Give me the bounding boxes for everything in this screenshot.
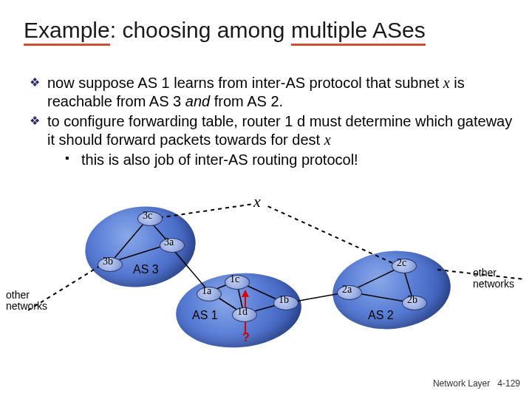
router-3c-label: 3c: [143, 210, 152, 222]
bullet-2: ❖ to configure forwarding table, router …: [30, 112, 517, 149]
title-word: Example: [24, 18, 110, 42]
router-1b-label: 1b: [279, 294, 289, 306]
question-mark: ?: [242, 331, 250, 344]
router-2a-label: 2a: [342, 284, 352, 296]
square-bullet-icon: ▪: [65, 151, 81, 169]
sub-bullet-1-text: this is also job of inter-AS routing pro…: [81, 151, 358, 169]
slide-title: Example: choosing among multiple ASes: [24, 18, 426, 43]
x-node: x: [253, 192, 261, 211]
bullet-list: ❖ now suppose AS 1 learns from inter-AS …: [30, 74, 517, 169]
router-2b-label: 2b: [407, 294, 417, 306]
as1-label: AS 1: [192, 309, 218, 322]
other-networks-left: other networks: [6, 290, 47, 313]
other-networks-right: other networks: [473, 267, 514, 290]
router-1a-label: 1a: [202, 285, 211, 297]
sub-bullet-1: ▪ this is also job of inter-AS routing p…: [65, 151, 517, 169]
title-text: : choosing among: [110, 18, 291, 42]
bullet-1: ❖ now suppose AS 1 learns from inter-AS …: [30, 74, 517, 111]
footer-section: Network Layer: [433, 378, 490, 389]
router-3b-label: 3b: [103, 256, 113, 267]
as3-label: AS 3: [133, 263, 159, 276]
diamond-bullet-icon: ❖: [30, 112, 47, 149]
title-word: ASes: [372, 18, 426, 42]
router-1c-label: 1c: [230, 273, 239, 285]
router-2c-label: 2c: [397, 257, 406, 269]
bullet-1-text: now suppose AS 1 learns from inter-AS pr…: [47, 74, 517, 111]
router-3a-label: 3a: [164, 236, 174, 248]
router-1d-label: 1d: [237, 306, 248, 318]
bullet-2-text: to configure forwarding table, router 1 …: [47, 112, 517, 149]
footer-page: 4-129: [497, 378, 520, 389]
title-word: multiple: [291, 18, 372, 42]
diamond-bullet-icon: ❖: [30, 74, 47, 111]
as2-label: AS 2: [368, 309, 394, 322]
slide-footer: Network Layer 4-129: [433, 378, 520, 389]
